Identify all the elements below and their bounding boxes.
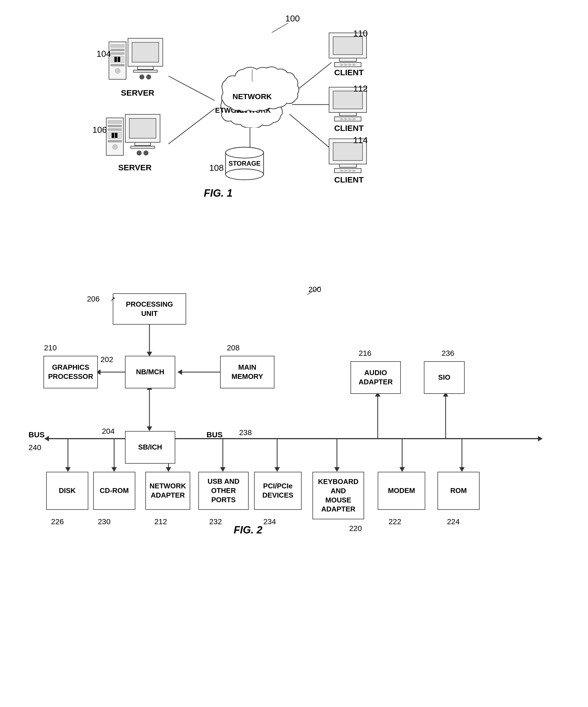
svg-line-4 [289,114,331,149]
svg-line-2 [291,63,331,95]
ref-234: 234 [263,517,276,526]
svg-marker-42 [111,467,117,472]
ref-232: 232 [209,517,222,526]
svg-marker-44 [166,467,171,472]
page: 100 NETWORK NETWORK [0,0,588,707]
svg-marker-52 [399,467,405,472]
svg-line-1 [168,109,215,144]
rom-block: ROM [437,472,480,510]
ref-100: 100 [285,13,300,24]
keyboard-block: KEYBOARD AND MOUSE ADAPTER [313,472,364,519]
disk-block: DISK [46,472,88,510]
svg-point-19 [226,147,264,158]
svg-marker-37 [538,436,543,441]
server2-label: SERVER [118,163,152,172]
audio-adapter-block: AUDIO ADAPTER [351,361,401,394]
ref-202: 202 [101,355,113,364]
cloud-svg: NETWORK NETWORK [215,84,288,128]
bus-label-238: BUS [206,431,223,439]
graphics-processor-block: GRAPHICS PROCESSOR [43,356,98,389]
ref-216: 216 [359,349,371,358]
svg-point-18 [226,169,264,180]
ref-238: 238 [239,428,252,437]
network-cloud: NETWORK NETWORK [215,84,288,129]
ref206-arrow: ↗ [110,296,115,303]
ref-208: 208 [227,344,240,352]
fig1-title: FIG. 1 [204,188,233,199]
client3-label: CLIENT [334,175,364,184]
ref-104: 104 [96,49,111,59]
processing-unit-block: PROCESSING UNIT [113,293,186,325]
fig1-diagram: 100 NETWORK NETWORK [54,11,489,255]
bus-label-240: BUS [29,431,44,439]
svg-marker-40 [65,467,71,472]
network-adapter-block: NETWORK ADAPTER [145,472,190,510]
svg-text:NETWORK: NETWORK [234,106,271,114]
ref-106: 106 [92,125,107,135]
ref-114: 114 [353,135,368,145]
svg-line-0 [168,76,215,101]
ref-110: 110 [353,29,368,39]
ref-210: 210 [44,344,57,352]
ref-212: 212 [154,517,167,526]
modem-block: MODEM [378,472,425,510]
client1-label: CLIENT [334,68,364,77]
ref-108: 108 [209,163,224,173]
server1-label: SERVER [121,88,154,98]
svg-marker-50 [334,467,340,472]
usb-block: USB AND OTHER PORTS [198,472,249,510]
ref-200: 200 [308,285,321,294]
svg-text:STORAGE: STORAGE [229,160,261,167]
storage: STORAGE [223,147,266,183]
svg-marker-35 [147,427,152,431]
fig2-diagram: 200 PROCESSING UNIT 206 ↗ NB/MCH 202 MAI… [22,272,565,693]
ref-102: 102 [243,80,258,90]
ref-222: 222 [389,517,401,526]
svg-marker-28 [177,369,182,375]
svg-marker-48 [274,467,280,472]
main-memory-block: MAIN MEMORY [220,356,274,389]
client2-label: CLIENT [334,124,364,133]
ref-240: 240 [29,443,41,452]
sb-ich-block: SB/ICH [125,431,175,464]
nb-mch-block: NB/MCH [125,356,175,389]
ref-224: 224 [447,517,460,526]
svg-marker-46 [220,467,226,472]
svg-marker-54 [459,467,465,472]
cd-rom-block: CD-ROM [93,472,135,510]
ref-220: 220 [349,524,362,533]
fig2-title: FIG. 2 [234,524,262,536]
ref-204: 204 [102,427,115,436]
server1: ▊▊ ⬤ ⬤ [109,38,163,79]
ref-236: 236 [442,349,454,358]
pci-block: PCI/PCIe DEVICES [254,472,302,510]
ref-206: 206 [87,295,100,303]
ref-112: 112 [353,83,368,94]
ref-230: 230 [98,517,110,526]
svg-line-21 [272,23,288,33]
sio-block: SIO [424,361,465,394]
server2: ▊▊ ⬤ ⬤ [106,114,160,156]
storage-svg: STORAGE [223,147,266,182]
svg-marker-38 [44,436,49,441]
ref-226: 226 [51,517,64,526]
